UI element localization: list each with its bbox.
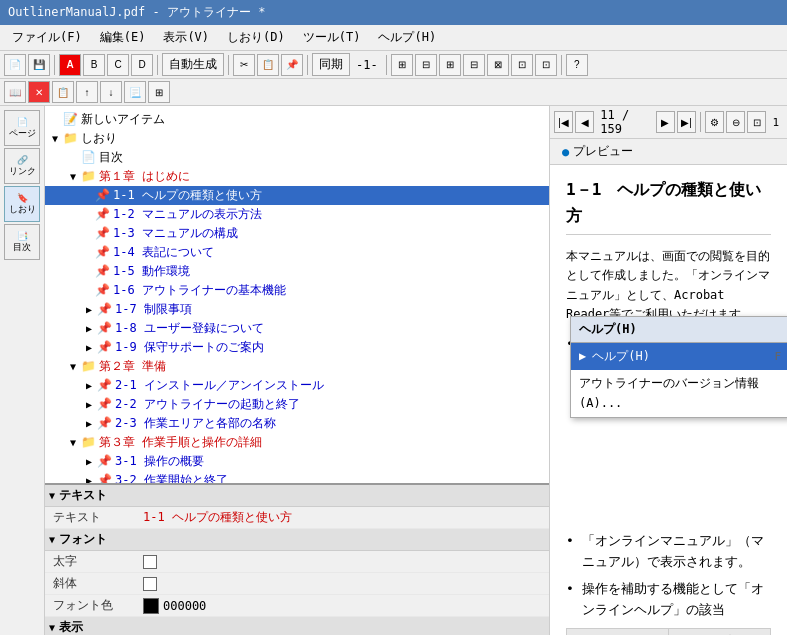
chapter3-expander[interactable]: ▼ xyxy=(65,435,81,451)
tree-item-1-7[interactable]: ▶ 📌 1-7 制限事項 xyxy=(45,300,549,319)
tree-item-1-5[interactable]: 📌 1-5 動作環境 xyxy=(45,262,549,281)
tree-chapter3[interactable]: ▼ 📁 第３章 作業手順と操作の詳細 xyxy=(45,433,549,452)
menu-bookmark[interactable]: しおり(D) xyxy=(219,27,293,48)
prop-section-font[interactable]: ▼ フォント xyxy=(45,529,549,551)
sidebar-page-btn[interactable]: 📄 ページ xyxy=(4,110,40,146)
menu-edit[interactable]: 編集(E) xyxy=(92,27,154,48)
toolbar-btn-1[interactable]: 📄 xyxy=(4,54,26,76)
toolbar2-btn2[interactable]: ✕ xyxy=(28,81,50,103)
toolbar2-btn5[interactable]: ↓ xyxy=(100,81,122,103)
left-sidebar: 📄 ページ 🔗 リンク 🔖 しおり 📑 目次 xyxy=(0,106,45,635)
nav-prev[interactable]: ◀ xyxy=(575,111,594,133)
tree-item-1-2[interactable]: 📌 1-2 マニュアルの表示方法 xyxy=(45,205,549,224)
toolbar-nav1[interactable]: ⊞ xyxy=(391,54,413,76)
tree-item-1-1[interactable]: 📌 1-1 ヘルプの種類と使い方 xyxy=(45,186,549,205)
toolbar-btn-2[interactable]: 💾 xyxy=(28,54,50,76)
tree-chapter1[interactable]: ▼ 📁 第１章 はじめに xyxy=(45,167,549,186)
tree-item-1-6[interactable]: 📌 1-6 アウトライナーの基本機能 xyxy=(45,281,549,300)
zoom-pct: 1 xyxy=(768,116,783,129)
preview-heading: 1－1 ヘルプの種類と使い方 xyxy=(566,177,771,235)
sidebar-bookmark-btn[interactable]: 🔖 しおり xyxy=(4,186,40,222)
prop-section-display[interactable]: ▼ 表示 xyxy=(45,617,549,635)
item-2-3-expander[interactable]: ▶ xyxy=(81,416,97,432)
toolbar-cut[interactable]: ✂ xyxy=(233,54,255,76)
italic-checkbox[interactable] xyxy=(143,577,157,591)
sidebar-link-btn[interactable]: 🔗 リンク xyxy=(4,148,40,184)
tree-item-3-1[interactable]: ▶ 📌 3-1 操作の概要 xyxy=(45,452,549,471)
toolbar-nav3[interactable]: ⊞ xyxy=(439,54,461,76)
color-value: 000000 xyxy=(163,599,206,613)
outline-tree[interactable]: 📝 新しいアイテム ▼ 📁 しおり 📄 目次 ▼ 📁 第１章 はじめに xyxy=(45,106,549,483)
nav-zoom-in[interactable]: ⚙ xyxy=(705,111,724,133)
tree-bookmark-root[interactable]: ▼ 📁 しおり xyxy=(45,129,549,148)
menu-help[interactable]: ヘルプ(H) xyxy=(370,27,444,48)
toolbar2-btn6[interactable]: 📃 xyxy=(124,81,146,103)
bullet-3-row: • 操作を補助する機能として「オンラインヘルプ」の該当 xyxy=(566,579,771,621)
auto-create-btn[interactable]: 自動生成 xyxy=(162,53,224,76)
nav-zoom-out[interactable]: ⊖ xyxy=(726,111,745,133)
toolbar-paste[interactable]: 📌 xyxy=(281,54,303,76)
preview-tab-dot: ● xyxy=(562,145,569,159)
context-menu-item-help[interactable]: ▶ ヘルプ(H) F xyxy=(571,343,787,370)
tree-item-2-1[interactable]: ▶ 📌 2-1 インストール／アンインストール xyxy=(45,376,549,395)
tree-item-1-3[interactable]: 📌 1-3 マニュアルの構成 xyxy=(45,224,549,243)
nav-first[interactable]: |◀ xyxy=(554,111,573,133)
nav-last[interactable]: ▶| xyxy=(677,111,696,133)
tree-item-1-4[interactable]: 📌 1-4 表記について xyxy=(45,243,549,262)
menu-view[interactable]: 表示(V) xyxy=(155,27,217,48)
toolbar-nav5[interactable]: ⊠ xyxy=(487,54,509,76)
toolbar-nav6[interactable]: ⊡ xyxy=(511,54,533,76)
tree-item-toc[interactable]: 📄 目次 xyxy=(45,148,549,167)
nav-next[interactable]: ▶ xyxy=(656,111,675,133)
item-1-9-label: 1-9 保守サポートのご案内 xyxy=(115,339,264,356)
menu-file[interactable]: ファイル(F) xyxy=(4,27,90,48)
menu-tools[interactable]: ツール(T) xyxy=(295,27,369,48)
item-3-1-label: 3-1 操作の概要 xyxy=(115,453,204,470)
item-2-2-expander[interactable]: ▶ xyxy=(81,397,97,413)
toc-label: 目次 xyxy=(13,241,31,254)
toolbar-btn-6[interactable]: D xyxy=(131,54,153,76)
toolbar-help[interactable]: ? xyxy=(566,54,588,76)
item-2-2-label: 2-2 アウトライナーの起動と終了 xyxy=(115,396,300,413)
chapter2-expander[interactable]: ▼ xyxy=(65,359,81,375)
item-3-2-expander[interactable]: ▶ xyxy=(81,473,97,484)
context-menu-item-about[interactable]: アウトライナーのバージョン情報(A)... xyxy=(571,370,787,416)
item-1-8-label: 1-8 ユーザー登録について xyxy=(115,320,264,337)
toolbar-copy[interactable]: 📋 xyxy=(257,54,279,76)
sync-btn[interactable]: 同期 xyxy=(312,53,350,76)
nav-fit[interactable]: ⊡ xyxy=(747,111,766,133)
item-1-9-expander[interactable]: ▶ xyxy=(81,340,97,356)
toolbar2-btn3[interactable]: 📋 xyxy=(52,81,74,103)
item-1-7-expander[interactable]: ▶ xyxy=(81,302,97,318)
sep-3 xyxy=(228,55,229,75)
tree-chapter2[interactable]: ▼ 📁 第２章 準備 xyxy=(45,357,549,376)
chapter1-expander[interactable]: ▼ xyxy=(65,169,81,185)
tree-item-1-8[interactable]: ▶ 📌 1-8 ユーザー登録について xyxy=(45,319,549,338)
toolbar-btn-4[interactable]: B xyxy=(83,54,105,76)
tree-item-1-9[interactable]: ▶ 📌 1-9 保守サポートのご案内 xyxy=(45,338,549,357)
toolbar2-btn4[interactable]: ↑ xyxy=(76,81,98,103)
prop-section-text[interactable]: ▼ テキスト xyxy=(45,485,549,507)
text-prop-value: 1-1 ヘルプの種類と使い方 xyxy=(143,509,541,526)
item-1-8-expander[interactable]: ▶ xyxy=(81,321,97,337)
page-num-label: -1- xyxy=(352,58,382,72)
toolbar2-btn7[interactable]: ⊞ xyxy=(148,81,170,103)
help-menu-icon: ▶ xyxy=(579,347,586,366)
toolbar-btn-3[interactable]: A xyxy=(59,54,81,76)
toolbar-nav2[interactable]: ⊟ xyxy=(415,54,437,76)
color-box[interactable] xyxy=(143,598,159,614)
tree-item-3-2[interactable]: ▶ 📌 3-2 作業開始と終了 xyxy=(45,471,549,483)
toolbar2-btn1[interactable]: 📖 xyxy=(4,81,26,103)
table-header-2: ユーザー xyxy=(669,629,771,635)
toolbar-btn-5[interactable]: C xyxy=(107,54,129,76)
item-2-1-expander[interactable]: ▶ xyxy=(81,378,97,394)
toolbar-nav4[interactable]: ⊟ xyxy=(463,54,485,76)
tree-item-2-3[interactable]: ▶ 📌 2-3 作業エリアと各部の名称 xyxy=(45,414,549,433)
bold-checkbox[interactable] xyxy=(143,555,157,569)
sidebar-toc-btn[interactable]: 📑 目次 xyxy=(4,224,40,260)
item-3-1-expander[interactable]: ▶ xyxy=(81,454,97,470)
toolbar-nav7[interactable]: ⊡ xyxy=(535,54,557,76)
bookmark-expander[interactable]: ▼ xyxy=(47,131,63,147)
tree-item-2-2[interactable]: ▶ 📌 2-2 アウトライナーの起動と終了 xyxy=(45,395,549,414)
tree-new-item[interactable]: 📝 新しいアイテム xyxy=(45,110,549,129)
